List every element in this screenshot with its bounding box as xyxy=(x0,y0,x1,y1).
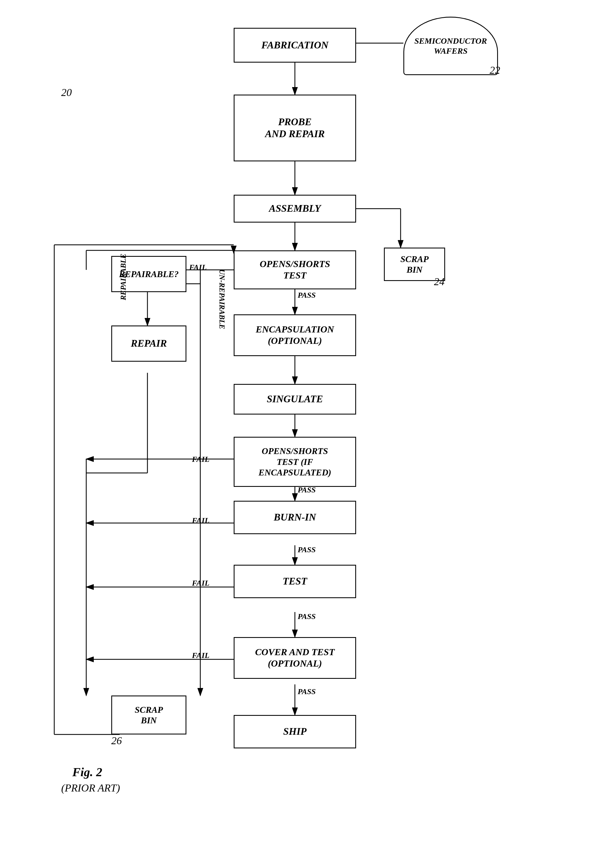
fail-label-4: FAIL xyxy=(192,579,210,588)
un-repairable-label: UN-REPAIRABLE xyxy=(217,269,226,329)
cover-test-box: COVER AND TEST (OPTIONAL) xyxy=(234,637,356,679)
pass-label-2: PASS xyxy=(298,486,316,495)
fig-label: Fig. 2 xyxy=(72,765,102,779)
ref-24: 24 xyxy=(434,275,444,288)
fail-label-3: FAIL xyxy=(192,516,210,525)
burn-in-box: BURN-IN xyxy=(234,501,356,534)
repairable-label: REPAIRABLE xyxy=(119,254,128,300)
ref-20: 20 xyxy=(61,86,72,99)
ref-22: 22 xyxy=(490,64,500,76)
opens-shorts-test-1-box: OPENS/SHORTS TEST xyxy=(234,250,356,289)
semiconductor-wafers-box: SEMICONDUCTOR WAFERS xyxy=(403,17,498,75)
fig-sublabel: (PRIOR ART) xyxy=(61,782,120,794)
fabrication-box: FABRICATION xyxy=(234,28,356,63)
fail-label-1: FAIL xyxy=(189,263,207,272)
diagram-container: 20 SEMICONDUCTOR WAFERS 22 FABRICATION P… xyxy=(0,0,592,868)
fail-label-5: FAIL xyxy=(192,651,210,660)
fail-label-2: FAIL xyxy=(192,455,210,464)
pass-label-5: PASS xyxy=(298,687,316,696)
scrap-bin-2-box: SCRAP BIN xyxy=(111,695,186,734)
repair-box: REPAIR xyxy=(111,326,186,362)
ship-box: SHIP xyxy=(234,715,356,748)
probe-repair-box: PROBE AND REPAIR xyxy=(234,94,356,161)
pass-label-3: PASS xyxy=(298,545,316,554)
encapsulation-box: ENCAPSULATION (OPTIONAL) xyxy=(234,314,356,356)
pass-label-4: PASS xyxy=(298,612,316,621)
test-box: TEST xyxy=(234,565,356,598)
opens-shorts-test-2-box: OPENS/SHORTS TEST (IF ENCAPSULATED) xyxy=(234,437,356,487)
ref-26: 26 xyxy=(111,734,122,747)
pass-label-1: PASS xyxy=(298,291,316,300)
assembly-box: ASSEMBLY xyxy=(234,195,356,223)
singulate-box: SINGULATE xyxy=(234,384,356,415)
